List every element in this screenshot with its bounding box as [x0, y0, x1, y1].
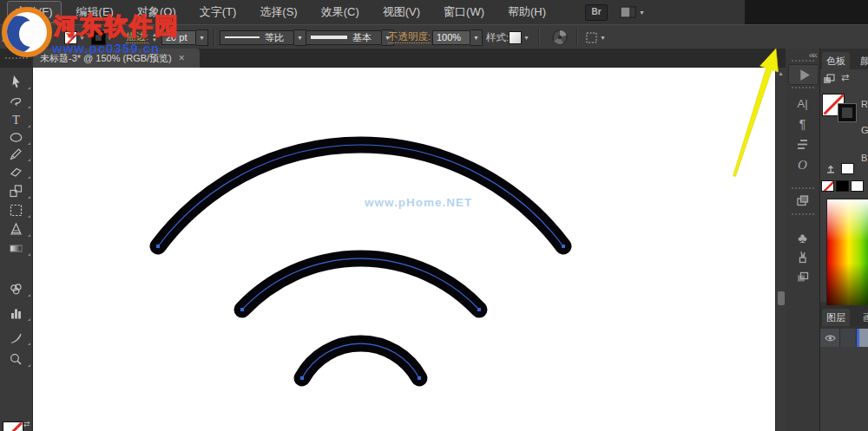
titlebar-dark-region: [745, 0, 868, 24]
color-wheel-icon: [552, 29, 568, 45]
panel-drag-handle[interactable]: [792, 60, 814, 62]
layer-lock-cell[interactable]: [840, 329, 857, 347]
panel-drag-handle[interactable]: [792, 213, 814, 215]
menu-item-6[interactable]: 效果(C): [312, 1, 368, 23]
fill-stroke-proxy: ⇄◕◔▭: [0, 418, 33, 431]
swatch-kinds-icon[interactable]: [823, 74, 837, 86]
pencil-tool[interactable]: [0, 145, 32, 162]
scrollbar-thumb[interactable]: [778, 291, 785, 305]
layer-row[interactable]: [820, 329, 868, 347]
character-panel-icon[interactable]: A|: [786, 95, 819, 112]
fill-proxy-none[interactable]: [3, 421, 23, 431]
tab-layers[interactable]: 图层: [822, 309, 850, 326]
brushes-panel-icon[interactable]: [786, 248, 819, 265]
canvas-watermark-text: www.pHome.NET: [365, 196, 472, 209]
anchor-point[interactable]: [240, 308, 244, 311]
chevron-down-icon[interactable]: ▼: [196, 29, 208, 46]
illustrator-window: 文件(F)编辑(E)对象(O)文字(T)选择(S)效果(C)视图(V)窗口(W)…: [0, 0, 868, 431]
opacity-label[interactable]: 不透明度:: [388, 25, 431, 49]
chevron-down-icon: ▼: [600, 35, 606, 41]
swap-fill-stroke-icon[interactable]: ⇄: [841, 72, 849, 83]
wifi-arc-1[interactable]: [158, 145, 563, 246]
stroke-proxy-black[interactable]: [838, 104, 856, 121]
variable-width-profile-select[interactable]: 等比▼: [220, 25, 306, 49]
anchor-point[interactable]: [418, 376, 421, 380]
anchor-point[interactable]: [300, 376, 304, 380]
black-color-button[interactable]: [836, 180, 849, 192]
layer-visibility-toggle[interactable]: [820, 329, 840, 347]
zoom-tool[interactable]: [0, 350, 32, 368]
brush-definition-select[interactable]: 基本▼: [306, 25, 394, 49]
channel-label-r: R: [861, 99, 868, 109]
wifi-arc-3[interactable]: [302, 343, 419, 378]
selection-tool[interactable]: [0, 73, 32, 90]
workspace-layout-icon: [620, 6, 637, 19]
symbol-sprayer-tool[interactable]: [0, 280, 32, 297]
gradient-tool[interactable]: [0, 239, 32, 257]
layers-panel-body: [820, 329, 868, 431]
anchor-point[interactable]: [562, 245, 565, 248]
perspective-grid-tool[interactable]: [0, 220, 32, 238]
channel-label-b: B: [861, 153, 867, 163]
tab-color[interactable]: 颜: [856, 52, 868, 69]
scroll-up-icon[interactable]: ▲: [776, 70, 786, 76]
knife-tool[interactable]: [0, 329, 32, 346]
bridge-button[interactable]: Br: [585, 4, 608, 21]
tab-artboards[interactable]: 画: [858, 309, 868, 326]
site-watermark-name: 河东软件园: [54, 10, 180, 42]
opentype-panel-icon[interactable]: O: [786, 156, 819, 173]
close-tab-icon[interactable]: ×: [179, 52, 185, 64]
swap-fill-stroke-icon[interactable]: ⇄: [23, 420, 30, 428]
free-transform-tool[interactable]: [0, 201, 32, 219]
panel-drag-handle[interactable]: [792, 87, 814, 88]
graphic-style-swatch[interactable]: ▼: [509, 25, 529, 49]
star-icon: ★: [24, 10, 32, 20]
wifi-arc-2[interactable]: [242, 258, 479, 310]
menu-item-5[interactable]: 选择(S): [251, 1, 306, 23]
wifi-artwork[interactable]: [33, 68, 775, 431]
panel-dock: «« A|¶O♣ 色板 颜 ⇄ R: [786, 49, 868, 431]
lasso-tool[interactable]: [0, 92, 32, 109]
layers-panel: 图层 画: [820, 305, 868, 431]
chevron-down-icon: ▼: [523, 35, 529, 41]
menu-item-4[interactable]: 文字(T): [191, 1, 246, 23]
divider: [214, 29, 215, 46]
graph-tool[interactable]: [0, 304, 32, 322]
divider: [538, 29, 540, 46]
type-tool[interactable]: T: [0, 111, 32, 128]
anchor-point[interactable]: [477, 308, 481, 311]
workspace-switcher-button[interactable]: ▼: [620, 6, 645, 19]
layer-thumbnail-cell[interactable]: [859, 329, 868, 347]
white-color-button[interactable]: [841, 163, 854, 174]
appearance-panel-icon[interactable]: [786, 192, 819, 209]
menu-item-8[interactable]: 窗口(W): [435, 1, 493, 23]
eraser-tool[interactable]: [0, 162, 32, 180]
align-options-button[interactable]: ▼: [585, 25, 606, 49]
artboard-canvas[interactable]: www.pHome.NET: [33, 68, 775, 431]
collapse-panels-icon[interactable]: ««: [809, 49, 816, 60]
paragraph-styles-icon[interactable]: [786, 135, 819, 153]
symbols-panel-icon[interactable]: ♣: [786, 230, 819, 247]
last-color-icon[interactable]: [825, 163, 837, 175]
chevron-down-icon[interactable]: ▼: [470, 29, 483, 46]
white-swatch-button[interactable]: [851, 180, 864, 192]
tab-swatches[interactable]: 色板: [822, 52, 850, 69]
graphic-styles-icon[interactable]: [786, 268, 819, 285]
toolbar-drag-handle[interactable]: [5, 57, 28, 59]
scale-tool[interactable]: [0, 182, 32, 199]
opacity-field[interactable]: 100%▼: [432, 25, 483, 49]
site-logo-icon: ★: [2, 7, 52, 57]
none-color-button[interactable]: [821, 180, 834, 192]
paragraph-panel-icon[interactable]: ¶: [786, 115, 819, 133]
ellipse-tool[interactable]: [0, 128, 32, 146]
play-symbol-icon[interactable]: [788, 64, 819, 85]
vertical-scrollbar[interactable]: ▲: [775, 68, 786, 431]
anchor-point[interactable]: [156, 245, 160, 248]
panel-drag-handle[interactable]: [792, 187, 814, 189]
recolor-artwork-button[interactable]: [552, 25, 568, 49]
chevron-down-icon[interactable]: ▼: [294, 29, 306, 46]
panel-icon-strip: «« A|¶O♣: [786, 49, 820, 431]
layers-panel-header: 图层 画: [820, 305, 868, 326]
menu-item-7[interactable]: 视图(V): [374, 1, 429, 23]
menu-item-9[interactable]: 帮助(H): [499, 1, 555, 23]
